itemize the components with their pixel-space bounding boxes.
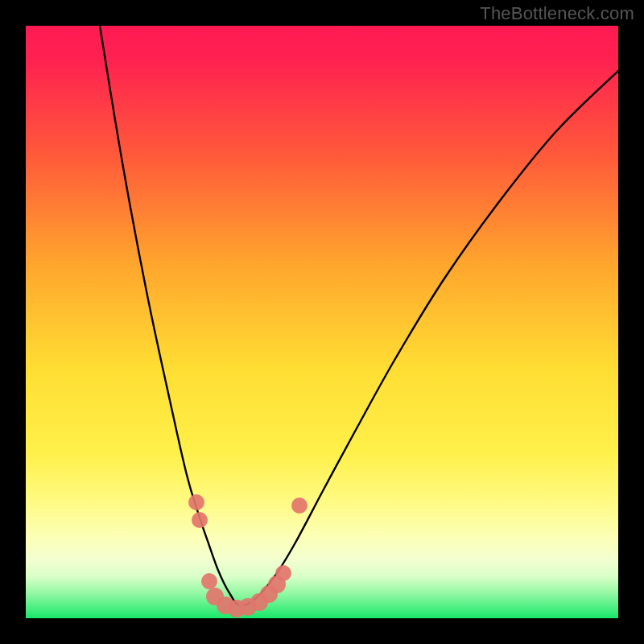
data-marker: [188, 494, 204, 510]
bottleneck-curve-line: [100, 26, 618, 605]
data-markers-group: [188, 494, 308, 617]
curve-layer: [26, 26, 618, 618]
chart-stage: TheBottleneck.com: [0, 0, 644, 644]
plot-area: [26, 26, 618, 618]
data-marker: [275, 565, 291, 581]
data-marker: [201, 573, 217, 589]
data-marker: [192, 512, 208, 528]
watermark-text: TheBottleneck.com: [480, 3, 634, 24]
data-marker: [291, 497, 308, 514]
